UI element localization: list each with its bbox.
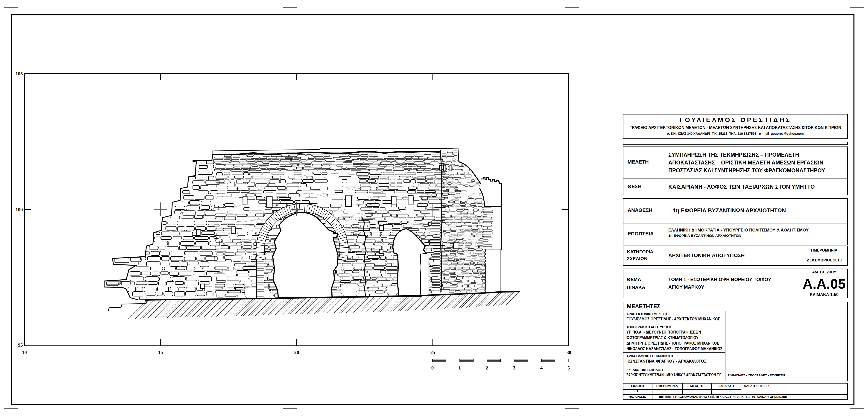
svg-text:100: 100 [16,207,23,212]
svg-text:3: 3 [513,365,516,370]
svg-text:20: 20 [294,350,299,355]
svg-text:1: 1 [459,365,461,370]
svg-text:25: 25 [430,350,435,355]
svg-text:105: 105 [16,71,23,77]
svg-text:15: 15 [158,350,163,355]
svg-text:30: 30 [566,350,571,355]
svg-text:95: 95 [18,342,23,348]
svg-text:5: 5 [567,365,570,370]
svg-text:2: 2 [486,365,488,370]
svg-text:10: 10 [22,350,27,355]
svg-text:0: 0 [431,365,434,370]
svg-text:4: 4 [540,365,543,370]
